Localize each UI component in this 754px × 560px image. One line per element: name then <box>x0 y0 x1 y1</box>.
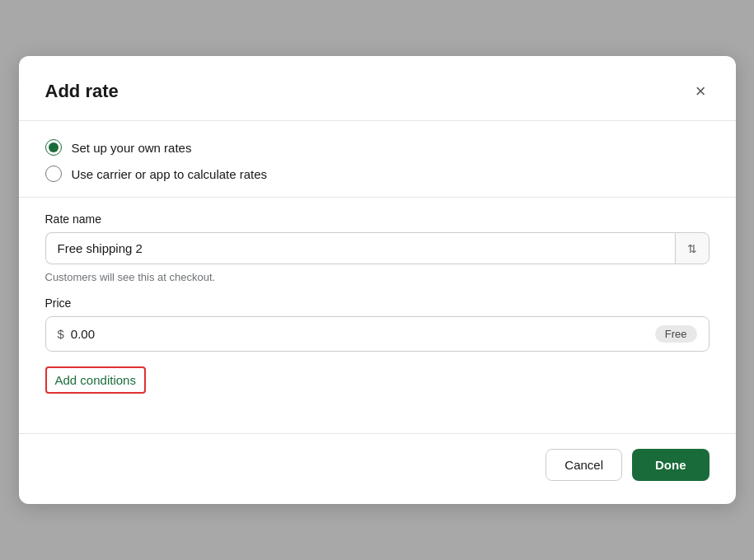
price-row: $ Free <box>45 316 710 352</box>
form-section: Rate name ⇅ Customers will see this at c… <box>45 198 710 394</box>
add-conditions-button[interactable]: Add conditions <box>45 366 146 394</box>
done-button[interactable]: Done <box>632 449 710 481</box>
radio-own-rates-input[interactable] <box>45 139 62 156</box>
rate-name-hint: Customers will see this at checkout. <box>45 271 710 283</box>
arrow-icon: ⇅ <box>687 242 697 255</box>
price-input[interactable] <box>71 327 649 341</box>
radio-own-rates[interactable]: Set up your own rates <box>45 139 710 156</box>
modal-header: Add rate × <box>45 79 710 104</box>
free-badge: Free <box>655 325 697 343</box>
radio-carrier-rates-label: Use carrier or app to calculate rates <box>72 167 268 181</box>
radio-section: Set up your own rates Use carrier or app… <box>45 121 710 197</box>
close-button[interactable]: × <box>692 79 710 104</box>
rate-name-arrow-button[interactable]: ⇅ <box>675 232 710 264</box>
price-label: Price <box>45 296 710 310</box>
radio-own-rates-label: Set up your own rates <box>72 141 192 155</box>
modal-footer: Cancel Done <box>19 433 736 481</box>
rate-name-label: Rate name <box>45 212 710 226</box>
modal-title: Add rate <box>45 81 119 102</box>
price-symbol: $ <box>58 327 64 341</box>
modal-dialog: Add rate × Set up your own rates Use car… <box>19 56 736 504</box>
cancel-button[interactable]: Cancel <box>546 449 622 481</box>
radio-carrier-rates[interactable]: Use carrier or app to calculate rates <box>45 166 710 182</box>
modal-overlay: Add rate × Set up your own rates Use car… <box>0 0 754 560</box>
radio-carrier-rates-input[interactable] <box>45 166 62 182</box>
rate-name-input[interactable] <box>45 232 675 264</box>
rate-name-row: ⇅ <box>45 232 710 264</box>
